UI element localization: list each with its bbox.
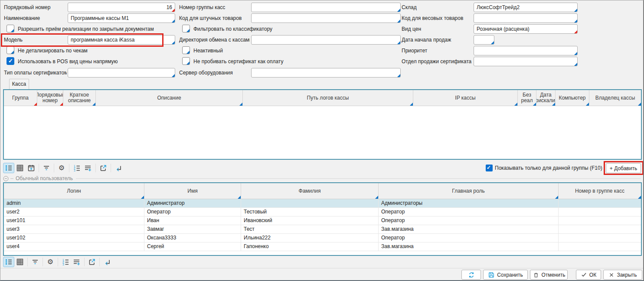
close-label: Закрыть [617,272,637,278]
filter-classifier-checkbox[interactable] [182,25,190,32]
table-row[interactable]: admin Администратор Администраторы [4,199,641,208]
use-pos-price-checkbox[interactable] [7,57,14,65]
cell-last-name: Ивановский [241,216,379,225]
col-header-owner[interactable]: Владелец кассы [589,90,641,106]
open-window-icon [88,258,96,266]
filter-icon [42,164,50,172]
open-window-button[interactable] [86,257,98,267]
toolbar-separator [99,258,100,266]
refresh-button[interactable] [461,270,481,280]
details-view-button[interactable] [3,257,14,267]
no-cert-as-payment-checkbox[interactable] [182,57,190,65]
equipment-server-label: Сервер оборудования [179,68,250,78]
col-header-seq-number[interactable]: Порядковый номер [37,90,63,106]
table-row[interactable]: user2 Оператор Тестовый Оператор [4,208,641,216]
table-row[interactable]: user101 Иван Ивановский Оператор [4,216,641,225]
cert-pay-type-input[interactable] [68,68,175,78]
col-header-main-role[interactable]: Главная роль [379,183,559,199]
no-detail-checks-checkbox[interactable] [7,46,14,54]
table-row[interactable]: user102 Оксана3333 Ильина222 Оператор [4,234,641,242]
col-header-ip[interactable]: IP кассы [413,90,518,106]
reload-button[interactable] [101,257,113,267]
grid-view-button[interactable] [14,163,26,173]
users-table-header-row: Логин Имя Фамилия Главная роль Номер в г… [4,183,641,199]
col-header-computer[interactable]: Компьютер [556,90,589,106]
save-button[interactable]: Сохранить [483,270,528,280]
no-cert-as-payment-label: Не пробивать сертификат как оплату [193,57,337,66]
save-label: Сохранить [497,272,523,278]
open-window-button[interactable] [98,163,109,173]
name-label: Наименование [4,13,67,23]
user-group-header: Обычный пользователь [3,174,641,182]
warehouse-input[interactable]: ЛюксСофтТрейд2 [474,3,578,12]
cancel-label: Отменить [542,272,566,278]
add-button[interactable]: + Добавить [606,163,641,173]
priority-input[interactable] [474,46,578,55]
add-list-icon [73,258,81,266]
add-list-row-button[interactable] [82,163,94,173]
cell-main-role: Зав.магазина [379,242,559,251]
cash-table-empty-body[interactable] [4,106,641,159]
calendar-add-button[interactable] [26,163,37,173]
col-header-log-path[interactable]: Путь логов кассы [243,90,413,106]
details-view-icon [5,258,13,266]
col-header-first-name[interactable]: Имя [144,183,241,199]
col-header-group[interactable]: Группа [4,90,37,106]
inactive-checkbox[interactable] [182,46,190,54]
weight-goods-code-input[interactable] [474,13,578,23]
toolbar-separator [27,258,28,266]
numbered-list-button[interactable]: 123 [71,163,82,173]
cancel-button[interactable]: Отменить [530,270,568,280]
filter-button[interactable] [41,163,52,173]
details-view-button[interactable] [3,163,14,173]
price-kind-input[interactable]: Розничная (расценка) [474,24,578,34]
show-only-group-checkbox[interactable] [486,165,493,171]
show-only-group-label: Показывать только для данной группы (F10… [495,163,603,173]
allow-closed-docs-label: Разрешить приём реализации по закрытым д… [18,24,178,34]
collapse-icon[interactable] [3,176,9,181]
add-list-row-button[interactable] [71,257,82,267]
numbered-list-button[interactable]: 123 [60,257,71,267]
piece-goods-code-input[interactable] [251,13,401,23]
cash-registers-table: Группа Порядковый номер Краткое описание… [3,89,642,160]
col-header-no-sales[interactable]: Без реал [518,90,536,106]
equipment-server-input[interactable] [251,68,401,78]
cell-last-name: Тестовый [241,208,379,216]
tab-kassa[interactable]: Касса [9,79,29,90]
exchange-dir-input[interactable] [251,35,401,45]
cert-pay-type-label: Тип оплаты сертификатом [4,68,67,78]
allow-closed-docs-checkbox[interactable] [7,25,14,32]
name-input[interactable]: Программные кассы М1 [68,13,175,23]
col-header-short-descr[interactable]: Краткое описание [63,90,96,106]
cert-sale-dept-input[interactable] [474,57,578,66]
trash-icon [533,271,539,278]
gear-icon: ⚙ [59,165,65,171]
toolbar-separator [39,164,39,172]
table-row[interactable]: user3 Завмаг Тест Зав.магазина [4,225,641,234]
col-header-last-name[interactable]: Фамилия [241,183,379,199]
cell-last-name: Ильина222 [241,234,379,242]
reload-button[interactable] [113,163,124,173]
warehouse-label: Склад [402,3,472,12]
cell-group-number [559,199,641,207]
settings-button[interactable]: ⚙ [45,257,56,267]
grid-view-button[interactable] [14,257,26,267]
add-list-icon [84,164,92,172]
col-header-login[interactable]: Логин [4,183,144,199]
model-input[interactable]: программная касса iKassa [68,35,175,45]
col-header-fiscal-date[interactable]: Дата фискализ [536,90,556,106]
cell-group-number [559,242,641,251]
close-icon [608,272,615,278]
col-header-description[interactable]: Описание [96,90,243,106]
table-row[interactable]: user4 Сергей Гапоненко Зав.магазина [4,242,641,251]
filter-button[interactable] [29,257,41,267]
settings-button[interactable]: ⚙ [56,163,67,173]
col-header-group-cash-number[interactable]: Номер в группе касс [559,183,641,199]
group-number-input[interactable] [251,3,401,12]
sale-start-date-input[interactable] [474,35,494,45]
ok-button[interactable]: ОК [576,270,601,280]
no-detail-checks-label: Не детализировать по чекам [18,46,178,55]
seq-number-input[interactable]: 16 [68,3,175,12]
cell-first-name: Оператор [144,208,241,216]
close-button[interactable]: Закрыть [603,270,642,280]
